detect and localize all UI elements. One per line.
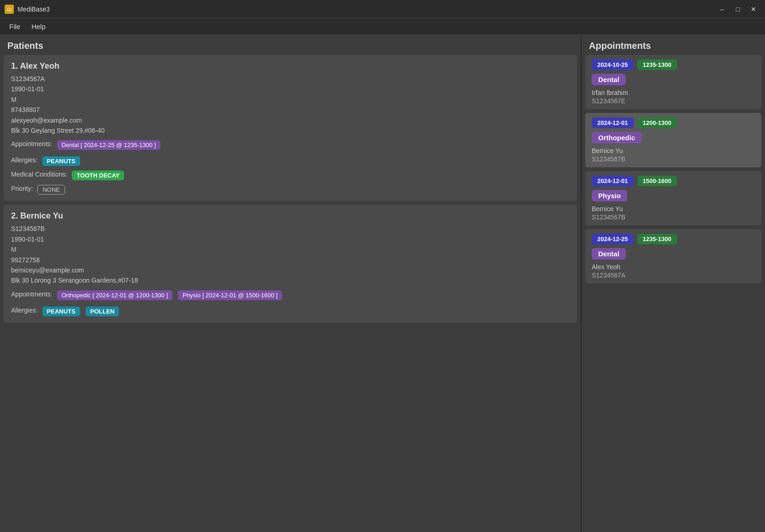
title-bar: 🗂 MediBase3 – □ ✕ xyxy=(0,0,765,18)
appt-patient-name-3: Alex Yeoh xyxy=(592,263,755,271)
appt-card-1[interactable]: 2024-12-01 1200-1300 Orthopedic Bernice … xyxy=(585,113,761,167)
patient-phone-2: 99272758 xyxy=(11,255,570,265)
patient-dob-2: 1990-01-01 xyxy=(11,234,570,244)
appt-type-3: Dental xyxy=(592,248,626,260)
patient-appointments-section-2: Appointments: Orthopedic [ 2024-12-01 @ … xyxy=(11,290,570,302)
title-bar-left: 🗂 MediBase3 xyxy=(5,5,50,14)
title-bar-controls: – □ ✕ xyxy=(715,4,760,15)
appointment-badge-2-0: Orthopedic [ 2024-12-01 @ 1200-1300 ] xyxy=(57,290,173,300)
allergy-badge-2-0: PEANUTS xyxy=(42,307,80,316)
allergy-badge-1-0: PEANUTS xyxy=(42,156,80,166)
app-icon: 🗂 xyxy=(5,5,14,14)
patients-header: Patients xyxy=(0,35,581,55)
minimize-button[interactable]: – xyxy=(715,4,729,15)
appt-date-2: 2024-12-01 xyxy=(592,176,634,186)
menu-help[interactable]: Help xyxy=(27,21,50,32)
appt-type-1: Orthopedic xyxy=(592,132,641,143)
appointment-badge-1-0: Dental [ 2024-12-25 @ 1235-1300 ] xyxy=(57,140,161,150)
menu-bar: File Help xyxy=(0,18,765,35)
priority-badge-1: NONE xyxy=(37,185,65,195)
patient-priority-section-1: Priority: NONE xyxy=(11,185,570,195)
condition-badge-1-0: TOOTH DECAY xyxy=(72,171,124,180)
patient-name-1: 1. Alex Yeoh xyxy=(11,61,570,71)
patient-address-2: Blk 30 Lorong 3 Serangoon Gardens,#07-18 xyxy=(11,275,570,285)
appt-patient-id-3: S1234567A xyxy=(592,272,755,279)
patients-scroll[interactable]: 1. Alex Yeoh S1234567A 1990-01-01 M 8743… xyxy=(0,55,581,529)
patient-card-bernice-yu[interactable]: 2. Bernice Yu S1234567B 1990-01-01 M 992… xyxy=(4,205,577,322)
patient-allergies-section-1: Allergies: PEANUTS xyxy=(11,156,570,166)
patient-nric-1: S1234567A xyxy=(11,74,570,84)
patient-name-2: 2. Bernice Yu xyxy=(11,211,570,221)
appointment-badge-2-1: Physio [ 2024-12-01 @ 1500-1600 ] xyxy=(178,290,282,300)
patient-email-2: berniceyu@example.com xyxy=(11,265,570,275)
app-icon-label: 🗂 xyxy=(7,6,12,12)
patient-dob-1: 1990-01-01 xyxy=(11,84,570,94)
appointments-scroll[interactable]: 2024-10-25 1235-1300 Dental Irfan Ibrahi… xyxy=(582,55,765,529)
patient-allergies-section-2: Allergies: PEANUTS POLLEN xyxy=(11,307,570,316)
appointments-label-1: Appointments: xyxy=(11,140,53,148)
appt-top-row-3: 2024-12-25 1235-1300 xyxy=(592,234,755,244)
appt-patient-id-0: S1234567E xyxy=(592,97,755,105)
patient-conditions-section-1: Medical Conditions: TOOTH DECAY xyxy=(11,171,570,180)
appt-type-0: Dental xyxy=(592,74,626,85)
allergies-label-2: Allergies: xyxy=(11,307,38,314)
appt-type-2: Physio xyxy=(592,190,627,201)
main-content: Patients 1. Alex Yeoh S1234567A 1990-01-… xyxy=(0,35,765,532)
maximize-button[interactable]: □ xyxy=(731,4,745,15)
app-title: MediBase3 xyxy=(18,6,50,13)
priority-label-1: Priority: xyxy=(11,185,33,192)
appt-patient-id-1: S1234567B xyxy=(592,155,755,163)
appt-time-3: 1235-1300 xyxy=(637,234,677,244)
close-button[interactable]: ✕ xyxy=(747,4,760,15)
appt-time-0: 1235-1300 xyxy=(637,59,677,70)
appt-date-0: 2024-10-25 xyxy=(592,59,634,70)
appt-top-row-2: 2024-12-01 1500-1600 xyxy=(592,176,755,186)
appointments-panel: Appointments 2024-10-25 1235-1300 Dental… xyxy=(581,35,765,532)
allergies-label-1: Allergies: xyxy=(11,156,38,164)
appt-patient-name-0: Irfan Ibrahim xyxy=(592,89,755,96)
appt-patient-name-1: Bernice Yu xyxy=(592,147,755,154)
patient-phone-1: 87438807 xyxy=(11,105,570,115)
appt-date-1: 2024-12-01 xyxy=(592,118,634,128)
appt-time-1: 1200-1300 xyxy=(637,118,677,128)
conditions-label-1: Medical Conditions: xyxy=(11,171,67,178)
patient-address-1: Blk 30 Geylang Street 29,#06-40 xyxy=(11,125,570,136)
allergy-badge-2-1: POLLEN xyxy=(86,307,119,316)
appointments-label-2: Appointments: xyxy=(11,290,53,298)
appt-patient-name-2: Bernice Yu xyxy=(592,205,755,213)
patient-card-alex-yeoh[interactable]: 1. Alex Yeoh S1234567A 1990-01-01 M 8743… xyxy=(4,55,577,201)
appt-top-row-0: 2024-10-25 1235-1300 xyxy=(592,59,755,70)
appt-card-3[interactable]: 2024-12-25 1235-1300 Dental Alex Yeoh S1… xyxy=(585,229,761,284)
patient-gender-2: M xyxy=(11,244,570,254)
patient-appointments-section-1: Appointments: Dental [ 2024-12-25 @ 1235… xyxy=(11,140,570,152)
patient-email-1: alexyeoh@example.com xyxy=(11,115,570,125)
appt-card-0[interactable]: 2024-10-25 1235-1300 Dental Irfan Ibrahi… xyxy=(585,55,761,109)
appt-top-row-1: 2024-12-01 1200-1300 xyxy=(592,118,755,128)
appt-time-2: 1500-1600 xyxy=(637,176,677,186)
appt-date-3: 2024-12-25 xyxy=(592,234,634,244)
patients-panel: Patients 1. Alex Yeoh S1234567A 1990-01-… xyxy=(0,35,581,532)
patient-gender-1: M xyxy=(11,95,570,105)
appt-card-2[interactable]: 2024-12-01 1500-1600 Physio Bernice Yu S… xyxy=(585,171,761,225)
patient-nric-2: S1234567B xyxy=(11,224,570,234)
appt-patient-id-2: S1234567B xyxy=(592,213,755,221)
appointments-header: Appointments xyxy=(582,35,765,55)
menu-file[interactable]: File xyxy=(5,21,25,32)
